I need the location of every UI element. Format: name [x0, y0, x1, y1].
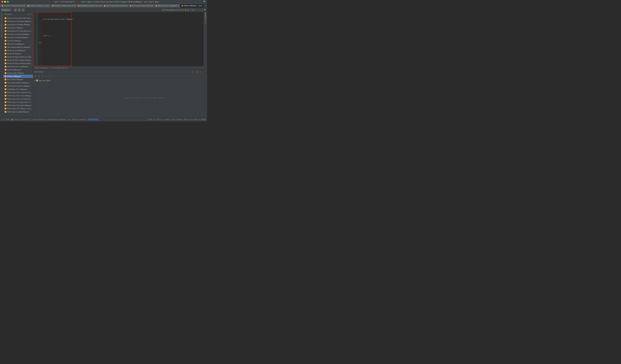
settings-icon[interactable]: ⚙: [191, 70, 194, 73]
statusbar-line-ending[interactable]: LF: [154, 119, 155, 120]
sidebar-item-PmsAlbumMapper[interactable]: I PmsAlbumMapper: [3, 68, 33, 71]
statusbar-services[interactable]: ⚙ Services: [88, 118, 99, 121]
coverage-icon[interactable]: ▣: [188, 9, 189, 11]
statusbar-spring[interactable]: 🍃 Spring: [11, 119, 19, 120]
statusbar-memory[interactable]: 363 of 1981M: [194, 119, 206, 120]
gutter-arrow-27[interactable]: →: [38, 51, 41, 53]
tab-OssPolicyResult[interactable]: OssPolicyResult.java: [26, 4, 51, 8]
sidebar-item-OmsOrderMapper[interactable]: I OmsOrderMapper: [3, 52, 33, 55]
sidebar-item-PmsProductCategoryAttributeMapper[interactable]: I PmsProductCategoryAttributeM...: [3, 100, 33, 104]
sidebar-item-PmsProductFullReductionMapper[interactable]: I PmsProductFullReductionMapp...: [3, 107, 33, 110]
sidebar-item-PmsCommentMapper[interactable]: I PmsCommentMapper: [3, 78, 33, 81]
statusbar-event-log[interactable]: Event Log: [184, 119, 193, 120]
more-icon[interactable]: …: [52, 75, 55, 78]
search-icon[interactable]: 🔍: [204, 1, 206, 3]
favorites-icon[interactable]: 2: Favorites: [0, 26, 3, 32]
statusbar-encoding[interactable]: UTF-8: [157, 119, 162, 120]
run-icon[interactable]: ▶: [183, 9, 184, 11]
sidebar-item-PmsMemberPriceMapper[interactable]: I PmsMemberPriceMapper: [3, 88, 33, 91]
gutter-arrow-8[interactable]: →: [38, 20, 41, 22]
sidebar-item-OmsOrderItemMapper[interactable]: I OmsOrderItemMapper: [3, 49, 33, 52]
sidebar-settings-icon[interactable]: ⚙: [28, 13, 30, 16]
project-dropdown[interactable]: Project ▾: [1, 8, 11, 12]
expand-all-icon[interactable]: ⊞: [34, 75, 37, 78]
statusbar-git[interactable]: Git: master: [172, 119, 183, 120]
collapse-all-icon[interactable]: ⊟: [38, 75, 41, 78]
sidebar-item-CmsSubjectMapper[interactable]: I CmsSubjectMapper: [3, 26, 33, 29]
statusbar-java-enterprise[interactable]: ☕ Java Enterprise: [31, 119, 47, 120]
sidebar-item-OmsOrderSettingMapper[interactable]: I OmsOrderSettingMapper: [3, 65, 33, 68]
sidebar-item-CmsSubjectProductRelationMapper[interactable]: I CmsSubjectProductRelationMa...: [3, 29, 33, 33]
sidebar-item-PmsFeightTemplateMapper[interactable]: I PmsFeightTemplateMapper: [3, 84, 33, 88]
sidebar-item-PmsProductAttributeValueMapper[interactable]: I PmsProductAttributeValueMa...: [3, 97, 33, 100]
bean-validation-icon[interactable]: Bean Validation: [204, 16, 207, 19]
git-update-icon[interactable]: ↑: [198, 9, 199, 11]
tab-PmsBrandMapper[interactable]: PmsBrandMapper.java: [180, 4, 204, 8]
statusbar-terminal[interactable]: ▶ Terminal: [20, 119, 30, 120]
git-history-icon[interactable]: ↺: [200, 9, 201, 11]
settings-icon[interactable]: ⚙: [14, 8, 17, 12]
statusbar-database-changes[interactable]: 🗄 Database Changes: [48, 119, 66, 120]
sidebar-item-CmsTopicCommentMapper[interactable]: I CmsTopicCommentMapper: [3, 36, 33, 39]
gutter-arrow-13[interactable]: →: [38, 29, 41, 31]
sidebar-item-PmsProductAttributeMapper[interactable]: I PmsProductAttributeMapper: [3, 94, 33, 97]
sidebar-item-CmsSubjectCommentMapper[interactable]: I CmsSubjectCommentMapper: [3, 23, 33, 26]
close-panel-icon[interactable]: ✕: [199, 70, 202, 73]
gutter-arrow-31[interactable]: →: [38, 58, 41, 60]
gutter-arrow-21[interactable]: →: [38, 42, 41, 44]
sidebar-item-CmsSubjectCategoryMapper[interactable]: I CmsSubjectCategoryMapper: [3, 20, 33, 23]
gutter-arrow-15[interactable]: →: [38, 32, 41, 34]
gutter-arrow-29[interactable]: →: [38, 54, 41, 56]
gutter-arrow-9[interactable]: →: [38, 22, 41, 24]
statusbar-todo[interactable]: ✓ 0: TODO: [1, 119, 10, 120]
web-icon[interactable]: Web: [0, 33, 3, 39]
statusbar-position[interactable]: 21:61: [147, 119, 152, 120]
sidebar-item-PmsProductLadderMapper[interactable]: I PmsProductLadderMapper: [3, 110, 33, 114]
minimize-button[interactable]: [4, 1, 6, 3]
layout-icon[interactable]: ≡: [18, 8, 21, 12]
gutter-arrow-35[interactable]: →: [38, 64, 41, 66]
breadcrumb-part-2[interactable]: selectByExample(): [51, 67, 69, 69]
sidebar-item-PmsAlbumPicMapper[interactable]: I PmsAlbumPicMapper: [3, 71, 33, 75]
tab-OmsOrderSettingMapper[interactable]: OmsOrderSettingMapper.java: [154, 4, 180, 8]
sidebar-item-CmsPreferenceAreaProductRelation[interactable]: I CmsPreferenceAreaProductRelа...: [3, 17, 33, 20]
gutter-arrow-11[interactable]: →: [38, 25, 41, 28]
statusbar-indent[interactable]: 4 spaces: [163, 119, 171, 120]
code-editor[interactable]: package com.macro.mall.mapper; import ..…: [42, 12, 204, 66]
configure-icon[interactable]: ⚙: [195, 70, 198, 73]
spring-boot-item[interactable]: ▼ ⚙ Spring Boot: [33, 79, 86, 82]
tab-OmsReturnApplyQueryParam[interactable]: OmsReturnApplyQueryParam.java: [51, 4, 76, 8]
sidebar-item-OmsCompanyAddressMapper[interactable]: I OmsCompanyAddressMapper: [3, 46, 33, 49]
gutter-arrow-25[interactable]: →: [38, 48, 41, 50]
sidebar-item-OmsCartItemMapper[interactable]: I OmsCartItemMapper: [3, 42, 33, 46]
gutter-arrow-19[interactable]: →: [38, 38, 41, 40]
statusbar-version-control[interactable]: ↑ 9: Version Control: [67, 119, 86, 120]
sidebar-item-PmsProductCategoryMapper[interactable]: I PmsProductCategoryMapper: [3, 104, 33, 107]
close-button[interactable]: [1, 1, 3, 3]
breadcrumb-part-1[interactable]: PmsBrandMapper: [34, 67, 49, 69]
sidebar-item-CmsTopicCategoryMapper[interactable]: I CmsTopicCategoryMapper: [3, 33, 33, 36]
tab-SmsFlashPromotionProduct[interactable]: SmsFlashPromotionProduct.java: [102, 4, 128, 8]
gutter-arrow-23[interactable]: →: [38, 45, 41, 47]
maximize-button[interactable]: [7, 1, 9, 3]
tab-SmsFlashPromotionRelation[interactable]: SmsFlashPromotionProductRelation.java: [128, 4, 154, 8]
tab-ductAttributeCategoryItem[interactable]: ductAttributeCategoryItem.java: [0, 4, 26, 8]
tab-UmsAdminLoginParam[interactable]: UmsAdminLoginParam.java: [76, 4, 102, 8]
gutter-arrow-33[interactable]: →: [38, 61, 41, 63]
sidebar-item-CmsTopicMapper[interactable]: I CmsTopicMapper: [3, 39, 33, 42]
group-icon[interactable]: ⊕: [41, 75, 44, 78]
close-panel-icon[interactable]: ✕: [21, 8, 25, 12]
sidebar-item-OmsOrderReturnReasonMapper[interactable]: I OmsOrderReturnReasonMapper: [3, 62, 33, 65]
sidebar-item-OmsOrderReturnApplyMapper[interactable]: I OmsOrderReturnApplyMapper: [3, 59, 33, 62]
sidebar-item-PmsCommentReplayMapper[interactable]: I PmsCommentReplayMapper: [3, 81, 33, 84]
sidebar-item-OmsOrderOperateHistoryMapper[interactable]: I OmsOrderOperateHistoryMapp...: [3, 55, 33, 59]
sidebar-close-icon[interactable]: ✕: [30, 13, 32, 16]
sidebar-item-PmsBrandMapper[interactable]: I PmsBrandMapper: [3, 75, 33, 78]
stop-icon[interactable]: ⬛: [48, 75, 51, 78]
restart-icon[interactable]: ↺: [45, 75, 48, 78]
git-check-icon[interactable]: ✓: [196, 9, 197, 11]
search-everywhere-icon[interactable]: 🔍: [204, 9, 206, 11]
sidebar-item-PmsProductAttributeCategoryMapper[interactable]: I PmsProductAttributeCategoryM...: [3, 91, 33, 94]
gutter-arrow-17[interactable]: →: [38, 35, 41, 37]
debug-icon[interactable]: 🐛: [185, 9, 187, 11]
